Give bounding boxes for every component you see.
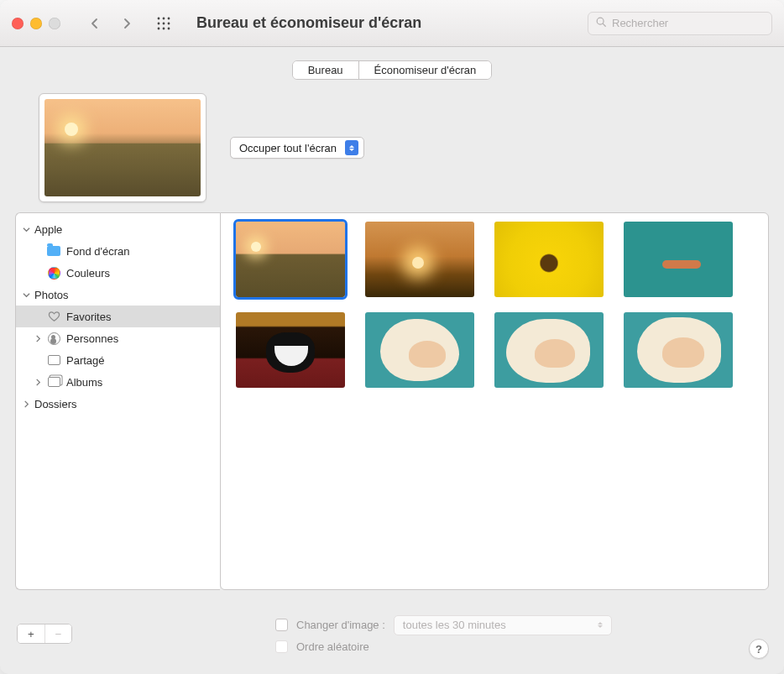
add-folder-button[interactable]: + [18, 624, 44, 643]
thumbnail-grid-container [220, 212, 769, 590]
person-circle-icon [46, 331, 61, 346]
preview-row: Occuper tout l'écran [15, 93, 769, 202]
albums-icon [46, 374, 61, 389]
bottom-bar: + − Changer d'image : toutes les 30 minu… [15, 609, 769, 659]
svg-point-8 [168, 27, 170, 29]
chevron-right-icon [33, 379, 43, 386]
svg-point-4 [163, 22, 165, 24]
sidebar-group-folders[interactable]: Dossiers [16, 393, 220, 415]
interval-value: toutes les 30 minutes [403, 619, 506, 631]
window-controls [12, 18, 60, 29]
sidebar-group-label: Apple [34, 223, 62, 236]
svg-point-7 [163, 27, 165, 29]
zoom-window-button [49, 18, 60, 29]
wallpaper-thumb[interactable] [624, 222, 733, 297]
show-all-prefs-button[interactable] [151, 13, 176, 34]
sidebar-item-albums[interactable]: Albums [16, 371, 220, 393]
sidebar-group-label: Photos [34, 289, 68, 301]
wallpaper-thumb[interactable] [236, 312, 345, 388]
sidebar-group-apple[interactable]: Apple [16, 218, 220, 240]
content-body: Bureau Économiseur d'écran Occuper tout … [0, 47, 784, 674]
updown-arrows-icon [594, 622, 606, 628]
wallpaper-thumb[interactable] [624, 312, 733, 388]
back-button[interactable] [81, 13, 109, 34]
folder-icon [46, 243, 61, 259]
change-image-checkbox[interactable] [275, 619, 288, 631]
tab-bar: Bureau Économiseur d'écran [15, 60, 769, 80]
segmented-control: Bureau Économiseur d'écran [292, 60, 493, 80]
heart-icon [46, 309, 61, 324]
svg-point-2 [168, 17, 170, 19]
search-icon [595, 16, 607, 30]
random-order-checkbox [275, 640, 288, 653]
close-window-button[interactable] [12, 18, 24, 29]
shared-icon [46, 353, 61, 368]
sidebar-item-people[interactable]: Personnes [16, 327, 220, 349]
colorwheel-icon [46, 265, 61, 280]
sidebar-item-label: Personnes [66, 332, 118, 345]
svg-point-1 [163, 17, 165, 19]
svg-point-3 [158, 22, 160, 24]
svg-line-10 [603, 24, 605, 26]
sidebar-item-label: Fond d'écran [66, 245, 129, 258]
sidebar-item-label: Albums [66, 376, 102, 389]
sidebar-item-favorites[interactable]: Favorites [16, 306, 220, 327]
sidebar-item-label: Favorites [66, 311, 111, 323]
chevron-down-icon [21, 226, 31, 233]
chevron-right-icon [21, 400, 31, 408]
wallpaper-thumb[interactable] [365, 222, 474, 297]
wallpaper-preview-image [44, 99, 201, 196]
question-icon: ? [755, 643, 762, 656]
sidebar-group-photos[interactable]: Photos [16, 284, 220, 306]
plus-icon: + [28, 628, 34, 640]
search-field[interactable] [588, 12, 772, 35]
chevron-right-icon [33, 335, 43, 342]
random-order-label: Ordre aléatoire [296, 640, 369, 653]
change-options: Changer d'image : toutes les 30 minutes … [275, 615, 612, 653]
search-input[interactable] [612, 17, 765, 29]
wallpaper-thumb[interactable] [494, 222, 604, 297]
sidebar-item-label: Partagé [66, 354, 105, 367]
help-button[interactable]: ? [749, 639, 769, 659]
sidebar-item-label: Couleurs [66, 267, 110, 280]
sidebar-group-label: Dossiers [34, 398, 77, 410]
updown-arrows-icon [345, 140, 358, 155]
sidebar-item-shared[interactable]: Partagé [16, 349, 220, 371]
forward-button[interactable] [112, 13, 141, 34]
minus-icon: − [55, 628, 62, 640]
wallpaper-thumb[interactable] [236, 222, 345, 297]
svg-point-5 [168, 22, 170, 24]
chevron-down-icon [21, 291, 31, 299]
sidebar-item-colors[interactable]: Couleurs [16, 262, 220, 284]
minimize-window-button[interactable] [30, 18, 42, 29]
svg-point-0 [158, 17, 160, 19]
current-wallpaper-preview [39, 93, 206, 202]
thumbnail-grid [236, 222, 753, 388]
remove-folder-button: − [44, 624, 71, 643]
fit-mode-popup[interactable]: Occuper tout l'écran [230, 137, 364, 159]
titlebar: Bureau et économiseur d'écran [0, 0, 784, 47]
prefs-window: Bureau et économiseur d'écran Bureau Éco… [0, 0, 784, 674]
source-sidebar[interactable]: Apple Fond d'écran Couleurs Photos [15, 212, 220, 590]
random-order-row: Ordre aléatoire [275, 640, 612, 653]
main-split: Apple Fond d'écran Couleurs Photos [15, 212, 769, 590]
window-title: Bureau et économiseur d'écran [196, 14, 421, 32]
interval-popup: toutes les 30 minutes [394, 615, 612, 635]
change-image-label: Changer d'image : [296, 619, 385, 631]
tab-screensaver[interactable]: Économiseur d'écran [358, 61, 492, 79]
fit-mode-label: Occuper tout l'écran [239, 142, 337, 154]
add-remove-control: + − [17, 624, 72, 644]
sidebar-item-wallpaper[interactable]: Fond d'écran [16, 240, 220, 262]
tab-desktop[interactable]: Bureau [293, 61, 358, 79]
svg-point-6 [158, 27, 160, 29]
nav-arrows [81, 13, 141, 34]
wallpaper-thumb[interactable] [365, 312, 474, 388]
wallpaper-thumb[interactable] [494, 312, 604, 388]
change-image-row: Changer d'image : toutes les 30 minutes [275, 615, 612, 635]
